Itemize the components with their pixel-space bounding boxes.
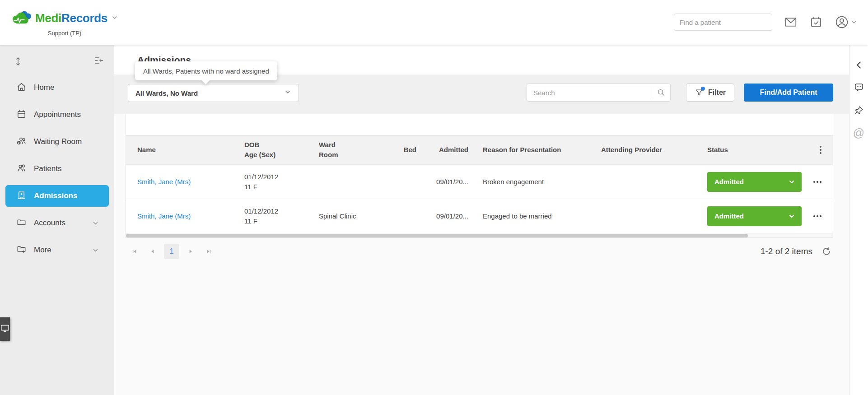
table-row: Smith, Jane (Mrs) 01/12/2012 11 F Spinal…: [126, 199, 833, 233]
chat-icon[interactable]: [854, 82, 864, 93]
account-label: Support (TP): [11, 30, 118, 37]
calendar-check-icon[interactable]: [809, 15, 823, 29]
funnel-icon: [695, 88, 704, 97]
dob-age-cell: 01/12/2012 11 F: [244, 172, 319, 192]
table-header-row: Name DOB Age (Sex) Ward Room Bed Admitte…: [126, 135, 833, 164]
sidebar-item-patients[interactable]: Patients: [5, 158, 109, 180]
col-header-attending-provider[interactable]: Attending Provider: [601, 145, 707, 155]
previous-page-icon[interactable]: [146, 245, 159, 258]
first-page-icon[interactable]: [128, 245, 141, 258]
admitted-cell: 09/01/20...: [418, 212, 470, 220]
find-add-patient-button[interactable]: Find/Add Patient: [744, 84, 833, 102]
last-page-icon[interactable]: [202, 245, 215, 258]
calendar-icon: [16, 109, 27, 121]
feedback-corner-tab[interactable]: [0, 317, 10, 341]
sidebar-item-label: Admissions: [34, 191, 109, 200]
search-icon[interactable]: [652, 88, 670, 98]
ward-filter-value: All Wards, No Ward: [135, 89, 284, 97]
chevron-down-icon: [788, 213, 795, 220]
patient-name-link[interactable]: Smith, Jane (Mrs): [137, 178, 191, 186]
sidebar-item-home[interactable]: Home: [5, 77, 109, 98]
brand[interactable]: MediRecords Support (TP): [11, 9, 118, 37]
user-chevron-down-icon: [851, 19, 857, 25]
row-actions-ellipsis-icon[interactable]: [805, 215, 821, 217]
right-rail: @: [849, 45, 868, 395]
col-header-line: DOB: [244, 140, 319, 150]
mentions-at-icon[interactable]: @: [853, 127, 864, 139]
collapse-sidebar-icon[interactable]: [93, 55, 104, 68]
sidebar-item-label: Home: [34, 83, 109, 92]
resize-updown-icon[interactable]: [13, 55, 23, 70]
sidebar-item-label: Waiting Room: [34, 137, 109, 146]
mail-icon[interactable]: [784, 15, 798, 29]
scrollbar-thumb[interactable]: [126, 234, 748, 237]
reason-cell: Engaged to be married: [470, 212, 601, 220]
admissions-table-card: Name DOB Age (Sex) Ward Room Bed Admitte…: [126, 114, 833, 238]
sidebar-nav: Home Appointments Waiting Room Patients: [0, 77, 114, 261]
expand-panel-chevron-left-icon[interactable]: [854, 60, 864, 70]
brand-name: MediRecords: [35, 11, 107, 25]
sidebar-item-label: Accounts: [34, 218, 92, 228]
dob-age-cell: 01/12/2012 11 F: [244, 206, 319, 226]
table-search-input[interactable]: [527, 89, 652, 97]
page-number[interactable]: 1: [164, 244, 179, 259]
col-header-admitted[interactable]: Admitted: [418, 145, 470, 155]
user-account-menu[interactable]: [835, 15, 857, 29]
left-sidebar: Home Appointments Waiting Room Patients: [0, 45, 114, 395]
col-header-reason[interactable]: Reason for Presentation: [470, 145, 601, 155]
tooltip-text: All Wards, Patients with no ward assigne…: [143, 67, 269, 75]
col-header-line: Ward: [319, 140, 391, 150]
col-header-status[interactable]: Status: [707, 145, 805, 155]
sidebar-item-appointments[interactable]: Appointments: [5, 104, 109, 125]
brand-name-medi: Medi: [35, 11, 61, 25]
patient-name-link[interactable]: Smith, Jane (Mrs): [137, 212, 191, 220]
admissions-hospital-icon: [16, 190, 27, 202]
filter-band: All Wards, No Ward: [114, 74, 849, 114]
patients-icon: [16, 163, 27, 175]
status-dropdown-button[interactable]: Admitted: [707, 206, 802, 226]
refresh-icon[interactable]: [820, 245, 833, 258]
pin-icon[interactable]: [854, 105, 864, 116]
row-actions-ellipsis-icon[interactable]: [805, 181, 821, 183]
column-settings-kebab-icon[interactable]: [805, 146, 821, 154]
sidebar-item-label: Appointments: [34, 110, 109, 119]
user-icon: [835, 15, 849, 29]
admitted-cell: 09/01/20...: [418, 178, 470, 186]
top-bar: MediRecords Support (TP): [0, 0, 868, 45]
col-header-name[interactable]: Name: [137, 145, 244, 155]
horizontal-scrollbar: [126, 233, 833, 237]
chevron-down-icon: [284, 88, 291, 98]
col-header-line: Age (Sex): [244, 150, 319, 160]
col-header-ward-room[interactable]: Ward Room: [319, 140, 391, 160]
folder-icon: [16, 217, 27, 229]
monitor-icon: [0, 323, 10, 335]
ward-room-cell: Spinal Clinic: [319, 212, 391, 220]
status-dropdown-button[interactable]: Admitted: [707, 172, 802, 192]
age-sex-value: 11 F: [244, 182, 319, 192]
ward-filter-select[interactable]: All Wards, No Ward: [128, 84, 299, 102]
col-header-dob-age[interactable]: DOB Age (Sex): [244, 140, 319, 160]
sidebar-item-accounts[interactable]: Accounts: [5, 212, 109, 234]
sidebar-item-admissions[interactable]: Admissions: [5, 185, 109, 207]
filter-button-label: Filter: [708, 88, 726, 97]
chevron-down-icon: [788, 178, 795, 186]
next-page-icon[interactable]: [184, 245, 197, 258]
filter-button[interactable]: Filter: [686, 84, 734, 102]
find-patient-search: [674, 14, 772, 31]
medirecords-cloud-logo-icon: [11, 9, 32, 28]
dob-value: 01/12/2012: [244, 206, 319, 216]
status-label: Admitted: [714, 212, 788, 220]
sidebar-item-label: Patients: [34, 164, 109, 173]
card-padding: [126, 114, 833, 135]
items-count-summary: 1-2 of 2 items: [761, 246, 812, 256]
brand-chevron-down-icon[interactable]: [111, 14, 118, 23]
find-patient-input[interactable]: [674, 19, 772, 26]
reason-cell: Broken engagement: [470, 178, 601, 186]
sidebar-item-waiting-room[interactable]: Waiting Room: [5, 131, 109, 153]
sidebar-item-label: More: [34, 246, 92, 255]
filter-active-dot: [701, 87, 705, 91]
chevron-down-icon: [92, 220, 99, 227]
sidebar-item-more[interactable]: More: [5, 239, 109, 261]
col-header-bed[interactable]: Bed: [391, 145, 418, 155]
table-search: [527, 84, 671, 102]
